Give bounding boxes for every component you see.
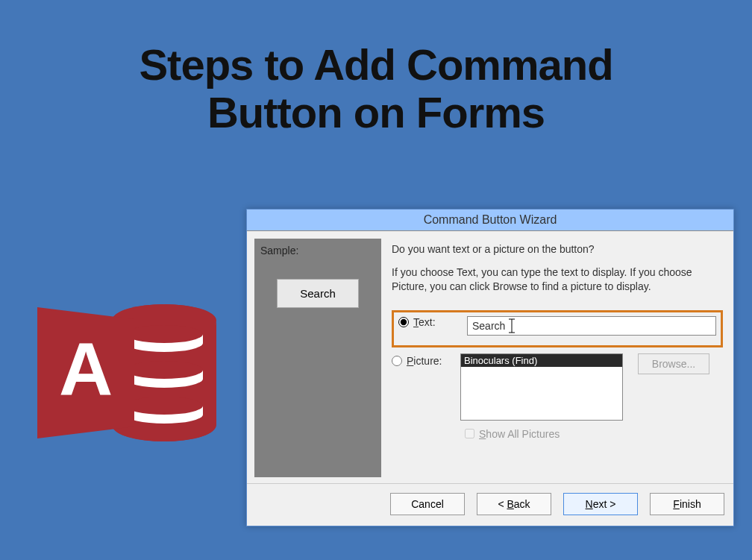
slide-title: Steps to Add Command Button on Forms	[0, 0, 752, 136]
wizard-prompt-1: Do you want text or a picture on the but…	[392, 243, 723, 255]
back-button[interactable]: < Back	[477, 493, 551, 515]
text-option-row: Text: Search	[398, 316, 716, 336]
finish-button[interactable]: Finish	[650, 493, 724, 515]
text-input-value: Search	[472, 320, 505, 332]
svg-point-17	[125, 361, 203, 379]
wizard-main-panel: Do you want text or a picture on the but…	[392, 239, 726, 477]
sample-preview-button: Search	[277, 279, 359, 308]
show-all-label: Show All Pictures	[479, 428, 560, 440]
text-radio-label: Text:	[413, 316, 436, 328]
show-all-checkbox	[465, 429, 474, 438]
text-radio[interactable]	[398, 317, 409, 327]
title-line-1: Steps to Add Command	[139, 40, 612, 89]
picture-radio-label: Picture:	[407, 355, 442, 367]
browse-button: Browse...	[638, 353, 709, 374]
text-cursor-icon	[507, 318, 517, 334]
picture-listbox[interactable]: Binoculars (Find)	[460, 353, 623, 421]
picture-list-item-selected[interactable]: Binoculars (Find)	[461, 354, 622, 367]
sample-label: Sample:	[260, 245, 375, 257]
show-all-pictures-row: Show All Pictures	[465, 428, 723, 440]
cancel-button[interactable]: Cancel	[390, 493, 465, 515]
sample-panel: Sample: Search	[254, 239, 381, 477]
picture-radio[interactable]	[392, 356, 402, 366]
wizard-body: Sample: Search Do you want text or a pic…	[247, 231, 733, 483]
access-logo-icon: A	[22, 268, 224, 470]
text-option-highlight: Text: Search	[392, 310, 723, 347]
wizard-prompt-2: If you choose Text, you can type the tex…	[392, 265, 723, 294]
wizard-footer: Cancel < Back Next > Finish	[247, 483, 733, 526]
wizard-titlebar: Command Button Wizard	[247, 210, 733, 231]
svg-point-20	[125, 397, 203, 415]
wizard-title: Command Button Wizard	[424, 213, 557, 226]
svg-point-14	[125, 325, 203, 343]
picture-option-row: Picture: Binoculars (Find) Browse...	[392, 353, 723, 421]
svg-text:A: A	[59, 327, 113, 411]
title-line-2: Button on Forms	[207, 88, 545, 136]
wizard-window: Command Button Wizard Sample: Search Do …	[246, 209, 734, 526]
text-input[interactable]: Search	[467, 316, 716, 336]
next-button[interactable]: Next >	[563, 493, 638, 515]
